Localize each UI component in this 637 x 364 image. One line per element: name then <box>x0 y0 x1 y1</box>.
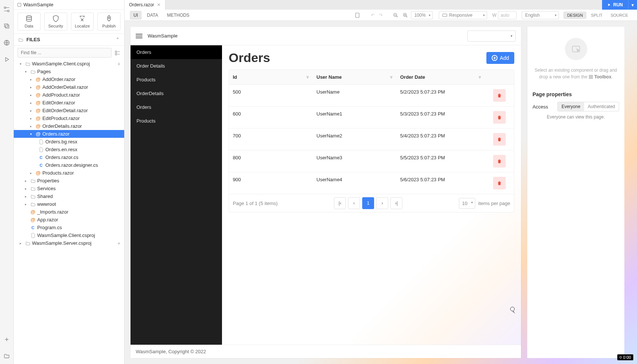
pager-last[interactable]: ›| <box>390 197 402 209</box>
svg-point-6 <box>108 17 109 19</box>
width-input[interactable] <box>498 11 517 19</box>
add-file-icon[interactable]: + <box>118 61 120 67</box>
subtab-ui[interactable]: UI <box>130 11 142 20</box>
table-row[interactable]: 600UserName15/3/2023 5:07:23 PM <box>229 107 514 129</box>
col-user: User Name <box>316 74 342 80</box>
tree-file[interactable]: @App.razor <box>14 216 124 224</box>
seg-auth[interactable]: Authenticated <box>584 102 619 111</box>
tree-folder[interactable]: ▸Services <box>14 185 124 192</box>
page-size-select[interactable]: 10▾ <box>459 198 475 209</box>
app-title: WasmSample <box>14 0 124 10</box>
close-icon[interactable]: ✕ <box>157 2 161 7</box>
zoom-select[interactable]: 100%▾ <box>411 11 433 19</box>
globe-icon[interactable] <box>3 39 10 46</box>
subtab-methods[interactable]: METHODS <box>163 11 193 20</box>
header-dropdown[interactable]: ▾ <box>467 30 516 42</box>
tree-file[interactable]: ▸@Products.razor <box>14 169 124 177</box>
pager-next[interactable]: › <box>376 197 388 209</box>
tree-file[interactable]: @_Imports.razor <box>14 208 124 216</box>
data-button[interactable]: Data <box>17 13 41 30</box>
svg-rect-9 <box>356 13 359 17</box>
copy-icon[interactable] <box>3 22 10 30</box>
run-button[interactable]: RUN <box>602 0 628 10</box>
tree-file[interactable]: ▸@EditOrder.razor <box>14 99 124 107</box>
tree-file[interactable]: ▸@AddOrder.razor <box>14 75 124 83</box>
tree-file[interactable]: WasmSample.Client.csproj <box>14 231 124 239</box>
nav-item[interactable]: Order Details <box>131 59 222 73</box>
table-row[interactable]: 800UserName35/5/2023 5:07:23 PM <box>229 150 514 172</box>
tree-file[interactable]: COrders.razor.cs <box>14 153 124 161</box>
nav-item[interactable]: Orders <box>131 45 222 59</box>
preview-footer: WasmSample, Copyright © 2022 <box>131 345 521 358</box>
tree-folder[interactable]: ▸Properties <box>14 177 124 185</box>
language-select[interactable]: English▾ <box>522 11 559 19</box>
filter-icon[interactable]: ▾ <box>306 74 309 80</box>
folder-open-icon[interactable] <box>3 352 10 360</box>
viewtab-design[interactable]: DESIGN <box>563 12 586 19</box>
tree-file-selected[interactable]: ▾@Orders.razor <box>14 130 124 138</box>
undo-icon[interactable]: ↶ <box>369 11 376 19</box>
nav-item[interactable]: Orders <box>131 100 222 114</box>
tree-file[interactable]: COrders.razor.designer.cs <box>14 161 124 169</box>
security-button[interactable]: Security <box>44 13 67 30</box>
publish-button[interactable]: Publish <box>97 13 120 30</box>
pager-prev[interactable]: ‹ <box>348 197 360 209</box>
activity-bar: ＋ <box>0 0 14 364</box>
localize-button[interactable]: Localize <box>71 13 94 30</box>
nav-item[interactable]: Products <box>131 114 222 128</box>
filter-icon[interactable]: ▾ <box>479 74 481 80</box>
viewtab-source[interactable]: SOURCE <box>607 12 632 19</box>
designer-subbar: UI DATA METHODS ↶ ↷ 100%▾ Responsive▾ W … <box>125 10 637 21</box>
device-icon[interactable] <box>353 11 362 20</box>
hamburger-icon[interactable] <box>136 34 142 38</box>
tree-file[interactable]: ▸@EditOrderDetail.razor <box>14 107 124 114</box>
tree-folder[interactable]: ▸wwwroot <box>14 200 124 208</box>
viewtab-split[interactable]: SPLIT <box>587 12 606 19</box>
col-date: Order Date <box>400 74 425 80</box>
tree-project[interactable]: ▾WasmSample.Client.csproj+ <box>14 60 124 68</box>
zoom-in-icon[interactable] <box>401 11 409 19</box>
debug-icon[interactable] <box>3 56 10 63</box>
redo-icon[interactable]: ↷ <box>377 11 384 19</box>
tree-file[interactable]: ▸@AddOrderDetail.razor <box>14 83 124 91</box>
table-row[interactable]: 500UserName5/2/2023 5:07:23 PM <box>229 85 514 107</box>
subtab-data[interactable]: DATA <box>143 11 162 20</box>
add-icon[interactable]: ＋ <box>3 335 10 343</box>
delete-button[interactable] <box>493 89 506 102</box>
tree-folder-pages[interactable]: ▾Pages <box>14 68 124 75</box>
delete-button[interactable] <box>493 133 506 146</box>
settings-icon[interactable] <box>3 6 10 13</box>
pager-first[interactable]: |‹ <box>334 197 346 209</box>
tree-project[interactable]: ▸WasmSample.Server.csproj+ <box>14 239 124 247</box>
table-row[interactable]: 700UserName25/4/2023 5:07:23 PM <box>229 129 514 150</box>
tree-folder[interactable]: ▸Shared <box>14 192 124 200</box>
svg-rect-17 <box>591 77 593 79</box>
delete-button[interactable] <box>493 177 506 189</box>
search-input[interactable] <box>17 48 112 58</box>
run-more-button[interactable]: ▾ <box>628 0 637 10</box>
tree-file[interactable]: Orders.bg.resx <box>14 138 124 146</box>
zoom-out-icon[interactable] <box>392 11 400 19</box>
delete-button[interactable] <box>493 155 506 168</box>
tree-file[interactable]: Orders.en.resx <box>14 146 124 153</box>
delete-button[interactable] <box>493 111 506 124</box>
pager: Page 1 of 1 (5 items) |‹ ‹ 1 › ›| 10▾ it… <box>229 194 514 212</box>
tree-collapse-icon[interactable] <box>115 50 120 56</box>
plus-circle-icon: + <box>492 55 498 61</box>
nav-item[interactable]: OrderDetails <box>131 87 222 100</box>
filter-icon[interactable]: ▾ <box>390 74 393 80</box>
table-row[interactable]: 900UserName45/6/2023 5:07:23 PM <box>229 172 514 194</box>
pager-page[interactable]: 1 <box>362 197 374 209</box>
tree-file[interactable]: ▸@AddProduct.razor <box>14 91 124 99</box>
tree-file[interactable]: CProgram.cs <box>14 224 124 231</box>
editor-tab[interactable]: Orders.razor ✕ <box>125 0 165 10</box>
timer-badge: 0:00 <box>617 354 633 360</box>
nav-item[interactable]: Products <box>131 73 222 87</box>
files-header[interactable]: FILES ⌃ <box>14 34 124 46</box>
add-file-icon[interactable]: + <box>118 240 120 246</box>
add-button[interactable]: +Add <box>486 52 514 64</box>
tree-file[interactable]: ▸@EditProduct.razor <box>14 114 124 122</box>
device-select[interactable]: Responsive▾ <box>439 11 487 19</box>
tree-file[interactable]: ▸@OrderDetails.razor <box>14 122 124 130</box>
seg-everyone[interactable]: Everyone <box>558 102 584 111</box>
